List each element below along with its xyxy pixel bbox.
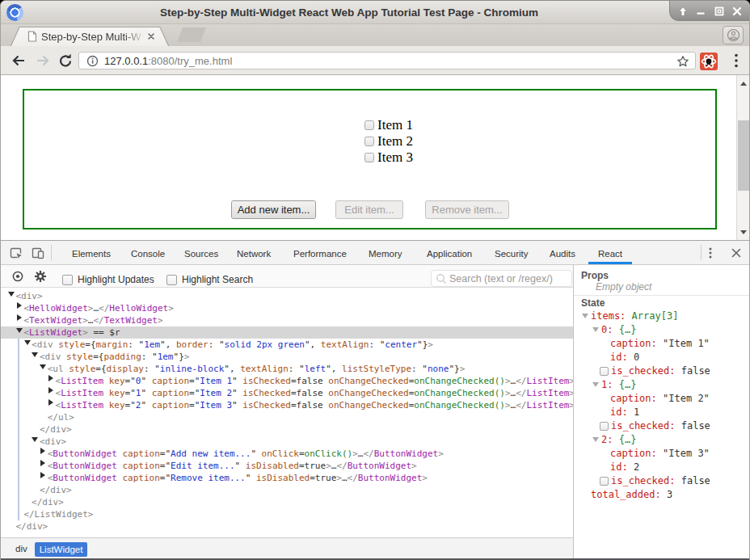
- address-bar[interactable]: 127.0.0.1:8080/try_me.html: [78, 52, 696, 69]
- devtools-tab-network[interactable]: Network: [227, 241, 280, 264]
- keep-above-button[interactable]: [676, 4, 690, 19]
- tree-row[interactable]: <ButtonWidget caption="Remove item..." i…: [1, 472, 573, 484]
- tree-row[interactable]: </ListWidget>: [1, 508, 573, 520]
- breadcrumb-listwidget[interactable]: ListWidget: [35, 542, 88, 557]
- page-info-icon[interactable]: [86, 55, 99, 67]
- devtools-close-icon[interactable]: [730, 246, 743, 259]
- state-key: caption:: [610, 392, 663, 406]
- breadcrumb-div[interactable]: div: [11, 541, 32, 556]
- tree-row[interactable]: <ListItem key="2" caption="Item 3" isChe…: [1, 399, 573, 411]
- devtools-tab-memory[interactable]: Memory: [359, 241, 412, 264]
- state-row-0[interactable]: 0: {…}: [573, 323, 750, 337]
- tree-row[interactable]: <div style={margin: "1em", border: "soli…: [1, 339, 573, 351]
- state-value: 1: [634, 406, 639, 419]
- devtools-tab-audits[interactable]: Audits: [540, 241, 585, 264]
- tree-row[interactable]: <ButtonWidget caption="Edit item..." isD…: [1, 460, 573, 472]
- item-checkbox[interactable]: [364, 153, 374, 162]
- remove-item-button[interactable]: Remove item...: [425, 200, 509, 219]
- search-input[interactable]: Search (text or /regex/): [431, 270, 572, 287]
- state-row-id[interactable]: id: 1: [573, 406, 750, 419]
- tree-row[interactable]: </ul>: [1, 411, 573, 423]
- tab-title-fade: [124, 28, 148, 44]
- reload-button[interactable]: [57, 53, 74, 69]
- tree-row[interactable]: <div>: [1, 436, 573, 448]
- state-bool-checkbox[interactable]: [600, 477, 609, 486]
- tree-row[interactable]: <div>: [1, 290, 573, 302]
- tree-row-selected[interactable]: <ListWidget> == $r: [1, 326, 573, 339]
- tree-row[interactable]: </div>: [1, 496, 573, 508]
- devtools-tab-application[interactable]: Application: [417, 241, 482, 264]
- maximize-button[interactable]: [712, 4, 727, 19]
- list-item: Item 3: [364, 149, 413, 166]
- state-row-caption[interactable]: caption: "Item 1": [573, 337, 750, 351]
- state-row-id[interactable]: id: 0: [573, 351, 750, 364]
- devtools-tab-sources[interactable]: Sources: [175, 241, 228, 264]
- tree-row[interactable]: </div>: [1, 520, 573, 533]
- state-bool-checkbox[interactable]: [600, 422, 609, 431]
- window-controls: [669, 1, 749, 21]
- inspect-element-icon[interactable]: [10, 246, 23, 259]
- devtools-menu-icon[interactable]: [704, 246, 717, 259]
- profile-avatar-button[interactable]: [723, 26, 744, 44]
- tree-row[interactable]: <TextWidget>…</TextWidget>: [1, 314, 573, 326]
- bookmark-star-icon[interactable]: [676, 55, 689, 68]
- state-row-caption[interactable]: caption: "Item 2": [573, 392, 750, 406]
- state-row-2[interactable]: 2: {…}: [573, 433, 750, 447]
- tree-row[interactable]: </div>: [1, 484, 573, 496]
- settings-gear-icon[interactable]: [34, 270, 47, 283]
- state-key: id:: [610, 406, 634, 419]
- page-scrollbar[interactable]: [736, 75, 749, 240]
- forward-button[interactable]: [35, 53, 51, 69]
- scroll-down-arrow-icon[interactable]: [739, 227, 748, 237]
- highlight-updates-checkbox[interactable]: [62, 275, 73, 285]
- devtools-tab-console[interactable]: Console: [121, 241, 175, 264]
- scrollbar-thumb[interactable]: [738, 120, 749, 191]
- state-row-total_added[interactable]: total_added: 3: [573, 488, 750, 502]
- tree-row[interactable]: <ul style={display: "inline-block", text…: [1, 363, 573, 375]
- state-row-is_checked[interactable]: is_checked: false: [573, 419, 750, 433]
- state-row-id[interactable]: id: 2: [573, 461, 750, 474]
- toolbar-separator-right: [701, 245, 702, 260]
- item-label: Item 3: [377, 149, 413, 166]
- state-row-items[interactable]: items: Array[3]: [573, 309, 750, 323]
- close-window-button[interactable]: [730, 4, 744, 19]
- state-row-is_checked[interactable]: is_checked: false: [573, 364, 750, 378]
- item-checkbox[interactable]: [364, 137, 374, 146]
- state-row-is_checked[interactable]: is_checked: false: [573, 474, 750, 488]
- scroll-up-arrow-icon[interactable]: [739, 78, 748, 88]
- state-value: Array[3]: [632, 309, 679, 323]
- device-toolbar-icon[interactable]: [32, 246, 44, 259]
- state-key: is_checked:: [611, 364, 681, 378]
- tree-row[interactable]: <div style={padding: "1em"}>: [1, 351, 573, 363]
- forward-arrow-icon: [35, 53, 51, 69]
- tree-row[interactable]: <ListItem key="1" caption="Item 2" isChe…: [1, 387, 573, 399]
- browser-menu-button[interactable]: [734, 53, 739, 68]
- tree-row[interactable]: </div>: [1, 423, 573, 436]
- highlight-search-checkbox[interactable]: [166, 275, 177, 285]
- state-value: {…}: [619, 323, 637, 337]
- state-row-1[interactable]: 1: {…}: [573, 378, 750, 392]
- state-key: 2:: [601, 433, 619, 447]
- tab-close-icon[interactable]: [146, 32, 156, 41]
- item-checkbox[interactable]: [364, 120, 374, 130]
- maximize-icon: [714, 6, 725, 17]
- browser-tab[interactable]: Step-by-Step Multi-W: [11, 27, 169, 46]
- devtools-tab-security[interactable]: Security: [485, 241, 538, 264]
- tree-row[interactable]: <ButtonWidget caption="Add new item..." …: [1, 448, 573, 460]
- minimize-button[interactable]: [693, 4, 708, 19]
- list-widget-box: Item 1Item 2Item 3 Add new item...Edit i…: [23, 89, 717, 229]
- react-devtools-extension-icon[interactable]: [700, 53, 718, 70]
- devtools-tab-performance[interactable]: Performance: [284, 241, 356, 264]
- tree-row[interactable]: <ListItem key="0" caption="Item 1" isChe…: [1, 375, 573, 387]
- add-item-button[interactable]: Add new item...: [231, 200, 316, 219]
- state-value: "Item 1": [663, 337, 710, 351]
- devtools-tab-elements[interactable]: Elements: [62, 241, 120, 264]
- edit-item-button[interactable]: Edit item...: [335, 200, 403, 219]
- new-tab-button[interactable]: [177, 27, 206, 42]
- devtools-tab-react[interactable]: React: [588, 241, 632, 264]
- back-button[interactable]: [11, 53, 27, 69]
- state-bool-checkbox[interactable]: [600, 367, 609, 376]
- state-row-caption[interactable]: caption: "Item 3": [573, 447, 750, 461]
- tree-row[interactable]: <HelloWidget>…</HelloWidget>: [1, 302, 573, 314]
- element-picker-icon[interactable]: [11, 270, 24, 283]
